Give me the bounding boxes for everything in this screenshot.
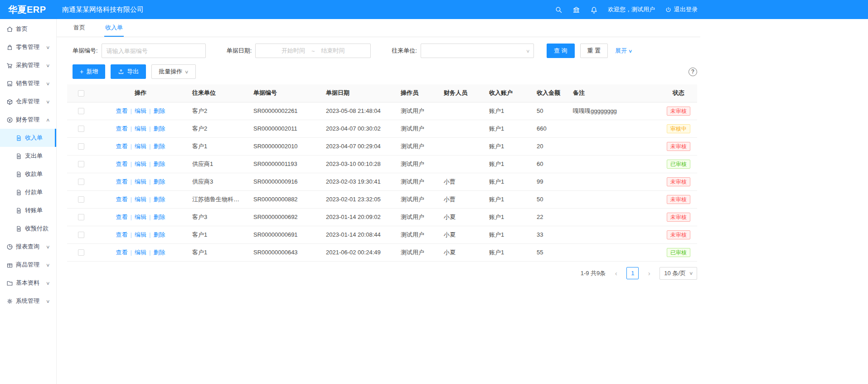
operator-cell: 测试用户 xyxy=(394,173,437,190)
row-checkbox[interactable] xyxy=(78,108,84,114)
edit-link[interactable]: 编辑 xyxy=(135,160,146,167)
bill-no-cell: SR00000000916 xyxy=(247,173,320,190)
tab-home[interactable]: 首页 xyxy=(73,19,86,37)
doc-icon xyxy=(15,153,22,160)
view-link[interactable]: 查看 xyxy=(116,178,128,185)
bill-no-cell: SR00000000882 xyxy=(247,190,320,208)
sidebar-subitem-5-0[interactable]: 收入单 xyxy=(0,129,56,147)
view-link[interactable]: 查看 xyxy=(116,249,128,256)
export-button[interactable]: 导出 xyxy=(111,64,146,79)
tab-income-receipt[interactable]: 收入单 xyxy=(104,19,124,37)
help-icon[interactable]: ? xyxy=(689,68,697,76)
page-number-1[interactable]: 1 xyxy=(626,267,639,279)
sidebar-item-label: 采购管理 xyxy=(16,61,39,69)
date-cell: 2023-05-08 21:48:04 xyxy=(320,102,394,120)
sidebar-item-3[interactable]: 销售管理∨ xyxy=(0,74,56,92)
bell-icon[interactable] xyxy=(590,6,598,14)
edit-link[interactable]: 编辑 xyxy=(135,178,146,185)
sidebar-item-8[interactable]: 基本资料∨ xyxy=(0,274,56,292)
chevron-down-icon: ∨ xyxy=(46,99,50,104)
purchase-icon xyxy=(6,62,13,69)
logout-button[interactable]: 退出登录 xyxy=(665,5,698,14)
sidebar-subitem-5-2[interactable]: 收款单 xyxy=(0,165,56,183)
row-checkbox[interactable] xyxy=(78,232,84,238)
view-link[interactable]: 查看 xyxy=(116,231,128,238)
row-checkbox[interactable] xyxy=(78,196,84,203)
col-header-unit: 往来单位 xyxy=(186,84,247,102)
row-checkbox[interactable] xyxy=(78,249,84,256)
sidebar-subitem-5-3[interactable]: 付款单 xyxy=(0,183,56,201)
view-link[interactable]: 查看 xyxy=(116,160,128,167)
sidebar-item-4[interactable]: 仓库管理∨ xyxy=(0,92,56,111)
sidebar-item-label: 商品管理 xyxy=(16,261,39,269)
delete-link[interactable]: 删除 xyxy=(153,107,165,114)
row-checkbox[interactable] xyxy=(78,214,84,220)
prev-page-button[interactable]: ‹ xyxy=(610,267,622,279)
sidebar-item-6[interactable]: 报表查询∨ xyxy=(0,238,56,256)
col-header-account: 收入账户 xyxy=(483,84,530,102)
edit-link[interactable]: 编辑 xyxy=(135,143,146,150)
edit-link[interactable]: 编辑 xyxy=(135,214,146,220)
sidebar-item-5[interactable]: 财务管理∧ xyxy=(0,111,56,129)
edit-link[interactable]: 编辑 xyxy=(135,107,146,114)
select-all-checkbox[interactable] xyxy=(78,90,84,97)
unit-select[interactable]: ∨ xyxy=(421,44,534,58)
sidebar-subitem-5-4[interactable]: 转账单 xyxy=(0,201,56,219)
view-link[interactable]: 查看 xyxy=(116,107,128,114)
row-checkbox[interactable] xyxy=(78,143,84,150)
page-size-select[interactable]: 10 条/页 ∨ xyxy=(659,267,697,280)
edit-link[interactable]: 编辑 xyxy=(135,231,146,238)
home-icon xyxy=(6,26,13,33)
sidebar-item-9[interactable]: 系统管理∨ xyxy=(0,292,56,310)
view-link[interactable]: 查看 xyxy=(116,214,128,220)
edit-link[interactable]: 编辑 xyxy=(135,125,146,132)
reset-button[interactable]: 重 置 xyxy=(580,44,608,58)
search-button[interactable]: 查 询 xyxy=(547,44,575,58)
edit-link[interactable]: 编辑 xyxy=(135,249,146,256)
table-row: 查看|编辑|删除客户1SR000000006432021-06-02 00:24… xyxy=(67,243,697,261)
batch-actions-button[interactable]: 批量操作 ∨ xyxy=(151,64,195,79)
add-button[interactable]: + 新增 xyxy=(73,64,105,79)
delete-link[interactable]: 删除 xyxy=(153,214,165,220)
view-link[interactable]: 查看 xyxy=(116,125,128,132)
table-row: 查看|编辑|删除客户2SR000000020112023-04-07 00:30… xyxy=(67,120,697,137)
delete-link[interactable]: 删除 xyxy=(153,125,165,132)
delete-link[interactable]: 删除 xyxy=(153,249,165,256)
row-checkbox[interactable] xyxy=(78,161,84,167)
delete-link[interactable]: 删除 xyxy=(153,231,165,238)
finance-cell xyxy=(437,102,483,120)
account-cell: 账户1 xyxy=(483,102,530,120)
amount-cell: 60 xyxy=(530,155,567,173)
sidebar-item-2[interactable]: 采购管理∨ xyxy=(0,56,56,74)
link-separator: | xyxy=(131,214,132,220)
sidebar-item-7[interactable]: 商品管理∨ xyxy=(0,256,56,274)
bill-no-cell: SR00000002010 xyxy=(247,137,320,155)
sidebar-item-1[interactable]: 零售管理∨ xyxy=(0,38,56,56)
bill-no-input[interactable] xyxy=(102,44,206,58)
finance-cell xyxy=(437,137,483,155)
sidebar-item-0[interactable]: 首页 xyxy=(0,20,56,38)
row-checkbox[interactable] xyxy=(78,179,84,185)
delete-link[interactable]: 删除 xyxy=(153,143,165,150)
sidebar-item-label: 零售管理 xyxy=(16,43,39,51)
sidebar-subitem-5-5[interactable]: 收预付款 xyxy=(0,219,56,238)
view-link[interactable]: 查看 xyxy=(116,143,128,150)
next-page-button[interactable]: › xyxy=(643,267,655,279)
bank-icon[interactable] xyxy=(572,6,580,14)
doc-icon xyxy=(15,135,22,141)
doc-icon xyxy=(15,207,22,214)
view-link[interactable]: 查看 xyxy=(116,196,128,203)
row-checkbox[interactable] xyxy=(78,126,84,132)
sidebar-subitem-5-1[interactable]: 支出单 xyxy=(0,147,56,165)
search-icon[interactable] xyxy=(555,6,563,14)
edit-link[interactable]: 编辑 xyxy=(135,196,146,203)
table-body: 查看|编辑|删除客户2SR000000022612023-05-08 21:48… xyxy=(67,102,697,261)
sidebar-item-label: 销售管理 xyxy=(16,79,39,87)
chevron-down-icon: ∨ xyxy=(46,262,50,267)
delete-link[interactable]: 删除 xyxy=(153,178,165,185)
date-range-picker[interactable]: 开始时间 ~ 结束时间 xyxy=(255,44,371,58)
expand-link[interactable]: 展开 ∨ xyxy=(615,47,632,55)
finance-cell xyxy=(437,120,483,137)
delete-link[interactable]: 删除 xyxy=(153,196,165,203)
delete-link[interactable]: 删除 xyxy=(153,160,165,167)
